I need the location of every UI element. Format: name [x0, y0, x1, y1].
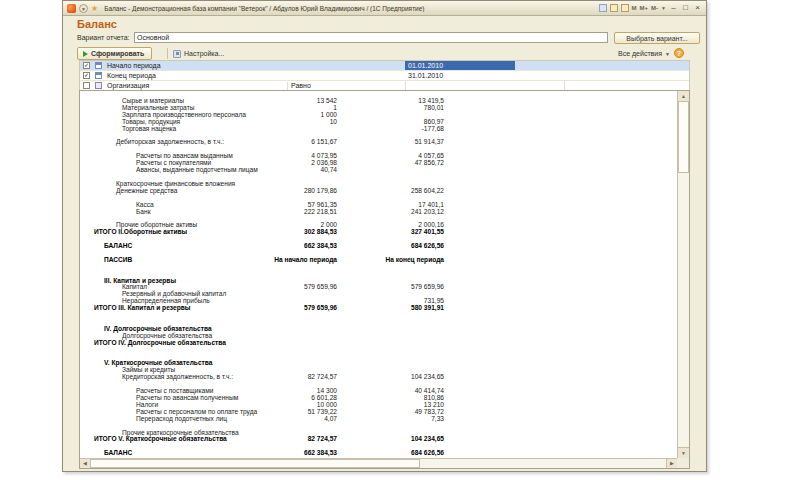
- filter-name: Начало периода: [107, 62, 161, 69]
- report-row[interactable]: Дебиторская задолженность, в т.ч.:6 151,…: [80, 139, 677, 146]
- scroll-down-icon[interactable]: ▼: [678, 447, 689, 458]
- report-col2-value: 684 626,56: [347, 243, 444, 250]
- generate-button[interactable]: Сформировать: [77, 47, 152, 60]
- settings-button[interactable]: Настройка...: [173, 47, 224, 60]
- calendar-icon: [95, 62, 102, 69]
- report-col2-value: 47 856,72: [347, 160, 444, 167]
- report-row[interactable]: [80, 443, 677, 450]
- filter-condition[interactable]: [287, 62, 405, 70]
- save-icon[interactable]: [599, 4, 607, 12]
- generate-button-label: Сформировать: [91, 50, 144, 57]
- report-col2-value: 241 203,12: [347, 209, 444, 216]
- report-row[interactable]: Банк222 218,51241 203,12: [80, 209, 677, 216]
- app-window: ▼ ★ Баланс - Демонстрационная база компа…: [62, 0, 707, 472]
- report-row-label: Авансы, выданные подотчетным лицам: [80, 167, 258, 174]
- filter-condition[interactable]: Равно: [287, 82, 409, 90]
- report-col2-value: 258 604,22: [347, 188, 444, 195]
- filter-row[interactable]: ОрганизацияРавно: [80, 81, 689, 90]
- filter-row[interactable]: ✓Начало периода01.01.2010: [80, 61, 689, 71]
- report-row[interactable]: [80, 264, 677, 271]
- filter-value[interactable]: 31.01.2010: [405, 71, 515, 80]
- filter-value[interactable]: 01.01.2010: [405, 61, 515, 70]
- report-row[interactable]: [80, 236, 677, 243]
- report-row[interactable]: [80, 312, 677, 319]
- vertical-scrollbar[interactable]: ▲ ▼: [677, 91, 689, 458]
- horizontal-scrollbar[interactable]: ◀ ▶: [80, 458, 677, 468]
- report-row[interactable]: БАЛАНС662 384,53684 626,56: [80, 450, 677, 457]
- report-row[interactable]: ИТОГО V. Краткосрочные обязательства82 7…: [80, 436, 677, 443]
- report-row[interactable]: [80, 347, 677, 354]
- toolbar-separator: [167, 48, 168, 59]
- calendar-icon[interactable]: [610, 4, 618, 12]
- report-body: Сырье и материалы13 54213 419,5Материаль…: [80, 91, 677, 458]
- report-row-label: Перерасход подотчетных лиц: [80, 416, 227, 423]
- report-row[interactable]: Кредиторская задолженность, в т.ч.:82 72…: [80, 374, 677, 381]
- help-icon[interactable]: ?: [674, 48, 684, 58]
- scroll-right-icon[interactable]: ▶: [666, 459, 677, 468]
- report-col2-value: 579 659,96: [347, 284, 444, 291]
- report-col1-value: 4,07: [240, 416, 337, 423]
- report-row[interactable]: ИТОГО III. Капитал и резервы579 659,9658…: [80, 305, 677, 312]
- titlebar: ▼ ★ Баланс - Демонстрационная база компа…: [63, 1, 706, 16]
- report-row[interactable]: Денежные средства280 179,86258 604,22: [80, 188, 677, 195]
- choose-variant-button[interactable]: Выбрать вариант...: [614, 32, 700, 44]
- report-row[interactable]: БАЛАНС662 384,53684 626,56: [80, 243, 677, 250]
- calendar-icon: [95, 72, 102, 79]
- report-row-label: Торговая наценка: [80, 126, 176, 133]
- filter-condition[interactable]: [287, 72, 405, 80]
- report-col1-value: 40,74: [240, 167, 337, 174]
- favorites-star-icon[interactable]: ★: [91, 4, 98, 13]
- report-col2-value: 104 234,65: [347, 436, 444, 443]
- report-col2-value: 51 914,37: [347, 139, 444, 146]
- report-row-label: Банк: [80, 209, 151, 216]
- report-row[interactable]: III. Капитал и резервы: [80, 278, 677, 285]
- report-row-label: ИТОГО IV. Долгосрочные обязательства: [80, 340, 226, 347]
- report-row[interactable]: Торговая наценка-177,68: [80, 126, 677, 133]
- report-row[interactable]: ИТОГО IV. Долгосрочные обязательства: [80, 340, 677, 347]
- organization-icon: [95, 82, 102, 89]
- report-col2-value: 327 401,55: [347, 229, 444, 236]
- report-row[interactable]: Касса57 961,3517 401,1: [80, 202, 677, 209]
- report-col1-value: 6 151,67: [240, 139, 337, 146]
- minimize-button[interactable]: –: [669, 3, 678, 13]
- report-col2-value: 780,01: [347, 105, 444, 112]
- memory-mplus-button[interactable]: M+: [640, 5, 649, 11]
- filter-checkbox[interactable]: ✓: [83, 62, 90, 69]
- calculator-icon[interactable]: [621, 4, 629, 12]
- horizontal-scroll-thumb[interactable]: [90, 459, 420, 468]
- report-row[interactable]: ПАССИВНа начало периодаНа конец периода: [80, 257, 677, 264]
- filter-row[interactable]: ✓Конец периода31.01.2010: [80, 71, 689, 81]
- filter-checkbox[interactable]: ✓: [83, 72, 90, 79]
- report-col1-value: 51 739,22: [240, 409, 337, 416]
- filter-name: Организация: [107, 82, 149, 89]
- variant-row: Вариант отчета: Основной Выбрать вариант…: [77, 32, 700, 45]
- system-menu-icon[interactable]: ▼: [79, 4, 88, 13]
- close-button[interactable]: ×: [693, 3, 702, 13]
- variant-input[interactable]: Основной: [134, 32, 608, 43]
- report-col2-value: 7,33: [347, 416, 444, 423]
- report-row-label: Дебиторская задолженность, в т.ч.:: [80, 139, 224, 146]
- report-row[interactable]: [80, 250, 677, 257]
- report-row[interactable]: Авансы, выданные подотчетным лицам40,74: [80, 167, 677, 174]
- report-col2-value: 49 783,72: [347, 409, 444, 416]
- report-row-label: БАЛАНС: [80, 243, 132, 250]
- variant-label: Вариант отчета:: [77, 34, 130, 41]
- all-actions-label: Все действия: [618, 50, 662, 57]
- report-col2-value: 684 626,56: [347, 450, 444, 457]
- filter-checkbox[interactable]: [83, 82, 90, 89]
- memory-mminus-button[interactable]: M-: [651, 5, 658, 11]
- report-row[interactable]: Перерасход подотчетных лиц4,077,33: [80, 416, 677, 423]
- report-row[interactable]: ИТОГО II.Оборотные активы302 884,53327 4…: [80, 229, 677, 236]
- all-actions-button[interactable]: Все действия ▼: [618, 47, 670, 60]
- memory-m-button[interactable]: M: [632, 5, 637, 11]
- restore-button[interactable]: □: [681, 3, 690, 13]
- report-row[interactable]: [80, 195, 677, 202]
- report-area: Сырье и материалы13 54213 419,5Материаль…: [79, 90, 690, 469]
- report-row[interactable]: Расчеты по авансам полученным6 601,28810…: [80, 395, 677, 402]
- vertical-scroll-thumb[interactable]: [678, 101, 689, 173]
- filter-value[interactable]: [405, 81, 565, 90]
- report-col1-value: 82 724,57: [240, 436, 337, 443]
- report-col1-value: 579 659,96: [240, 284, 337, 291]
- chevron-down-icon[interactable]: ▼: [661, 5, 666, 11]
- report-row-label: ПАССИВ: [80, 257, 132, 264]
